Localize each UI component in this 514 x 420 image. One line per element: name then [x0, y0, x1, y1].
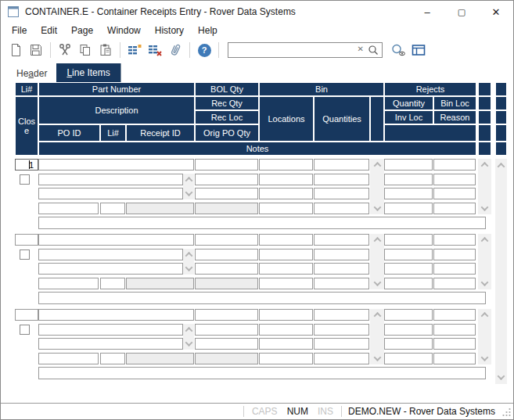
reject-bin-loc-field[interactable]: [433, 188, 476, 199]
chevron-up-icon[interactable]: [481, 162, 489, 170]
part-number-field[interactable]: [38, 234, 194, 246]
po-line-field[interactable]: [100, 278, 125, 289]
reject-inv-loc-field[interactable]: [384, 353, 433, 364]
locations-field[interactable]: [259, 203, 313, 214]
li-number-field[interactable]: [15, 234, 38, 246]
reject-quantity-field[interactable]: [384, 338, 433, 350]
save-button[interactable]: [27, 41, 45, 59]
chevron-down-icon[interactable]: [481, 278, 489, 286]
close-checkbox[interactable]: [20, 249, 30, 260]
cut-button[interactable]: [56, 41, 74, 59]
quantities-field[interactable]: [314, 174, 369, 185]
quantities-field[interactable]: [314, 324, 369, 336]
reject-inv-loc-field[interactable]: [384, 174, 433, 185]
chevron-down-icon[interactable]: [373, 278, 381, 286]
lookup-button[interactable]: [389, 41, 408, 59]
description-field-2[interactable]: [38, 338, 183, 350]
description-field-2[interactable]: [38, 263, 183, 275]
panel-layout-button[interactable]: [409, 41, 428, 59]
reject-reason-field[interactable]: [433, 249, 476, 260]
chevron-down-icon[interactable]: [481, 354, 489, 361]
tab-line-items[interactable]: Line Items: [56, 63, 120, 83]
bol-qty-field[interactable]: [195, 159, 258, 171]
minimize-button[interactable]: –: [410, 1, 444, 23]
chevron-down-icon[interactable]: [481, 203, 489, 211]
locations-field[interactable]: [259, 188, 313, 199]
rec-qty-field[interactable]: [195, 324, 258, 336]
quantities-field[interactable]: [314, 278, 369, 289]
chevron-down-icon[interactable]: [185, 264, 192, 271]
description-field-2[interactable]: [38, 188, 183, 199]
quantities-field[interactable]: [314, 234, 369, 246]
part-number-field[interactable]: [38, 309, 194, 321]
scroll-up-icon[interactable]: [498, 163, 505, 171]
chevron-down-icon[interactable]: [185, 339, 192, 346]
locations-field[interactable]: [259, 159, 313, 171]
menu-window[interactable]: Window: [100, 23, 148, 38]
copy-button[interactable]: [76, 41, 95, 59]
po-id-field[interactable]: [38, 203, 99, 214]
reject-quantity-field[interactable]: [384, 234, 433, 246]
attachment-button[interactable]: [166, 41, 185, 59]
li-number-field[interactable]: [15, 159, 38, 171]
locations-field[interactable]: [259, 234, 313, 246]
locations-field[interactable]: [259, 338, 313, 350]
quantities-field[interactable]: [314, 338, 369, 350]
chevron-up-icon[interactable]: [373, 237, 381, 245]
paste-button[interactable]: [96, 41, 115, 59]
chevron-up-icon[interactable]: [373, 312, 381, 320]
reject-inv-loc-field[interactable]: [384, 203, 433, 214]
bol-qty-field[interactable]: [195, 309, 258, 321]
chevron-down-icon[interactable]: [185, 188, 192, 196]
locations-field[interactable]: [259, 324, 313, 336]
reject-quantity-field[interactable]: [384, 188, 433, 199]
chevron-down-icon[interactable]: [373, 203, 381, 211]
description-field[interactable]: [38, 174, 183, 185]
reject-reason-field[interactable]: [433, 203, 476, 214]
reject-quantity-field[interactable]: [384, 263, 433, 275]
notes-field[interactable]: [38, 367, 486, 379]
chevron-up-icon[interactable]: [481, 237, 489, 245]
po-id-field[interactable]: [38, 353, 99, 364]
quantities-field[interactable]: [314, 203, 369, 214]
quantities-field[interactable]: [314, 263, 369, 275]
insert-line-button[interactable]: [125, 41, 144, 59]
reject-quantity-field[interactable]: [384, 309, 433, 321]
po-id-field[interactable]: [38, 278, 99, 289]
resize-grip[interactable]: [501, 407, 512, 417]
reject-inv-loc-field[interactable]: [384, 249, 433, 260]
notes-field[interactable]: [38, 217, 486, 229]
menu-page[interactable]: Page: [64, 23, 100, 38]
po-line-field[interactable]: [100, 353, 125, 364]
part-number-field[interactable]: [38, 159, 194, 171]
locations-field[interactable]: [259, 353, 313, 364]
notes-field[interactable]: [38, 292, 486, 304]
locations-field[interactable]: [259, 249, 313, 260]
rec-qty-field[interactable]: [195, 174, 258, 185]
reject-quantity-field[interactable]: [384, 159, 433, 171]
chevron-up-icon[interactable]: [481, 312, 489, 320]
bol-qty-field[interactable]: [195, 234, 258, 246]
chevron-up-icon[interactable]: [185, 327, 192, 335]
reject-inv-loc-field[interactable]: [384, 278, 433, 289]
menu-help[interactable]: Help: [191, 23, 225, 38]
delete-line-button[interactable]: [146, 41, 164, 59]
search-icon[interactable]: [368, 45, 379, 56]
menu-history[interactable]: History: [148, 23, 191, 38]
menu-file[interactable]: File: [5, 23, 34, 38]
menu-edit[interactable]: Edit: [34, 23, 64, 38]
locations-field[interactable]: [259, 278, 313, 289]
chevron-up-icon[interactable]: [373, 162, 381, 170]
locations-field[interactable]: [259, 309, 313, 321]
locations-field[interactable]: [259, 174, 313, 185]
chevron-up-icon[interactable]: [185, 177, 192, 185]
grid-scrollbar[interactable]: [495, 159, 507, 384]
quantities-field[interactable]: [314, 159, 369, 171]
new-document-button[interactable]: [6, 41, 25, 59]
chevron-down-icon[interactable]: [373, 354, 381, 361]
close-checkbox[interactable]: [20, 174, 30, 185]
reject-bin-loc-field[interactable]: [433, 263, 476, 275]
rec-qty-field[interactable]: [195, 249, 258, 260]
quantities-field[interactable]: [314, 249, 369, 260]
description-field[interactable]: [38, 324, 183, 336]
